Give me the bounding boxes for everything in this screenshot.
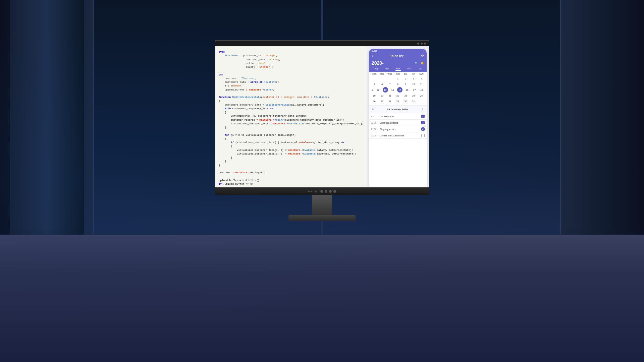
calendar-week-1: 1 2 3 4 [370, 76, 425, 81]
monitor-input-btn[interactable] [333, 190, 336, 193]
calendar-today[interactable]: 13 [383, 87, 388, 93]
code-line: Sort(MinToMax, 0, customers_temporary_da… [219, 114, 363, 118]
monitor-screen: type TCustomer : {customer_id : integer,… [215, 40, 429, 188]
month-tab-sept[interactable]: Sept [384, 67, 390, 71]
code-line: { [219, 111, 363, 114]
code-line: customer : TCustomer; [219, 77, 363, 80]
bezel-dot-3 [424, 43, 426, 45]
task-time: 21:00 [371, 122, 378, 124]
code-line: customer_name : string, [219, 58, 363, 62]
code-line: } [219, 156, 363, 160]
code-line [219, 69, 363, 73]
app-title: To-do list [373, 54, 421, 58]
code-line: function UpdateCustomersData(customer_id… [219, 96, 363, 99]
calendar-week-3: ◀ 12 13 14 15 16 17 18 [370, 87, 425, 93]
add-task-button[interactable]: + [372, 107, 374, 112]
code-line: if (virtualized_customer_data[i] instanc… [219, 141, 363, 144]
task-list: 9:00 Do exercises 21:00 Spanish lessons [369, 113, 427, 188]
task-checkbox[interactable] [421, 127, 425, 131]
task-checkbox[interactable] [421, 134, 425, 137]
task-time: 21:00 [371, 128, 378, 130]
code-line: { [219, 144, 363, 148]
monitor-brand: BenQ [308, 190, 318, 193]
code-line: virtualized_customer_data[i, 0] = mainCo… [219, 148, 363, 152]
code-line [219, 92, 363, 96]
calendar-selected-day[interactable]: 15 [397, 87, 402, 93]
settings-button[interactable]: ⚙ [421, 54, 424, 58]
calendar-grid: MON TUE WED THU FRI ST SUN [369, 72, 427, 105]
code-line: customer_records = mainCore->Modify(cust… [219, 118, 363, 122]
code-line: customers_temporary_data = GetCustomersD… [219, 103, 363, 107]
code-line: if (upload_buffer <> 0) [219, 182, 363, 186]
code-line: with customers_temporary_data do [219, 107, 363, 111]
phone-header: ‹ To-do list ⚙ [369, 53, 427, 59]
code-line: active : bool, [219, 62, 363, 65]
bell-icon[interactable]: 🔔 [421, 62, 424, 65]
task-more-button[interactable]: ⋮ [421, 108, 424, 111]
month-tab-nov[interactable]: Nov [406, 67, 412, 71]
code-line: virtualized_customer_data = mainCore->Vi… [219, 122, 363, 126]
monitor-menu-btn[interactable] [325, 190, 327, 193]
calendar-week-2: 5 6 7 8 9 10 11 [370, 81, 425, 87]
phone-status-bar: 12:16 ▪▪▪ [369, 49, 427, 53]
status-bar-icons: ▪▪▪ [422, 50, 424, 52]
task-name: Dinner with Catherine [380, 134, 420, 137]
code-line: customer = mainCore->GetInput(); [219, 171, 363, 175]
todo-app-panel: 12:16 ▪▪▪ ‹ To-do list ⚙ 2020- 🔍 [367, 46, 429, 188]
task-date-header: + 15 October 2020 ⋮ [369, 105, 427, 113]
code-line: virtualized_customer_data[i, 1] = mainCo… [219, 152, 363, 156]
bezel-dot-1 [417, 43, 419, 45]
year-display: 2020- [372, 60, 384, 66]
bezel-dot-2 [421, 43, 423, 45]
calendar-prev-arrow[interactable]: ◀ [370, 88, 374, 92]
calendar-day-names: MON TUE WED THU FRI ST SUN [370, 73, 425, 75]
task-item: 9:00 Do exercises [369, 113, 427, 120]
phone-mockup: 12:16 ▪▪▪ ‹ To-do list ⚙ 2020- 🔍 [369, 49, 427, 188]
code-line: } [219, 164, 363, 167]
code-line: upload_buffer : mainCore->Buffer; [219, 88, 363, 92]
code-line [219, 167, 363, 171]
code-line: TCustomer : {customer_id : integer, [219, 54, 363, 58]
screen-content: type TCustomer : {customer_id : integer,… [215, 46, 429, 188]
code-line: for (i = 0 to virtualized_customer_data.… [219, 133, 363, 137]
code-line: customers_data : array of TCustomer; [219, 80, 363, 84]
monitor-controls [320, 190, 336, 193]
monitor-power-btn[interactable] [320, 190, 323, 193]
desk-surface [0, 235, 644, 362]
year-navigation-row: 2020- 🔍 🔔 [369, 59, 427, 66]
task-checkbox[interactable] [421, 115, 425, 118]
task-name: Spanish lessons [380, 121, 420, 124]
code-line [219, 175, 363, 178]
task-item: 21:00 Playing tennis [369, 126, 427, 132]
code-line: type [219, 50, 363, 54]
search-icon[interactable]: 🔍 [415, 62, 418, 65]
task-item: 21:00 Dinner with Catherine [369, 132, 427, 139]
monitor-bezel-top [215, 41, 429, 46]
year-action-icons: 🔍 🔔 [415, 62, 424, 65]
code-line: { [219, 137, 363, 141]
code-line: i : integer; [219, 84, 363, 88]
calendar-week-5: 26 27 28 29 30 31 [370, 99, 425, 104]
code-line: var [219, 73, 363, 77]
month-tabs: Aug Sept Oct Nov Dec [369, 66, 427, 72]
status-bar-time: 12:16 [372, 50, 378, 52]
task-checkbox[interactable] [421, 121, 425, 124]
task-name: Do exercises [380, 115, 420, 118]
code-line: } [219, 126, 363, 129]
code-editor-panel: type TCustomer : {customer_id : integer,… [215, 46, 367, 188]
month-tab-aug[interactable]: Aug [373, 67, 378, 71]
code-line: salary : integer}; [219, 65, 363, 69]
task-time: 21:00 [371, 134, 378, 137]
code-line: { [219, 99, 363, 103]
monitor-nav-btn[interactable] [329, 190, 332, 193]
code-line: upload_buffer->initialize(); [219, 179, 363, 182]
calendar-week-4: 19 20 21 22 23 24 25 [370, 93, 425, 98]
task-time: 9:00 [371, 115, 378, 118]
monitor-stand-neck [312, 195, 332, 215]
monitor-bottom-bar: BenQ [215, 188, 429, 195]
month-tab-dec[interactable]: Dec [417, 67, 422, 71]
code-line: { [219, 186, 363, 188]
code-line: } [219, 160, 363, 163]
month-tab-oct[interactable]: Oct [395, 67, 401, 71]
monitor-stand-base [288, 215, 356, 221]
